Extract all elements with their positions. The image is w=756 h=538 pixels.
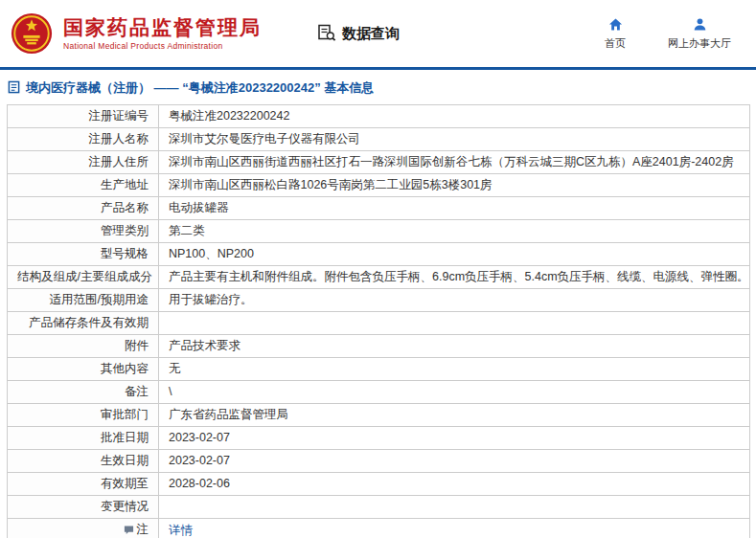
- table-row: 批准日期 2023-02-07: [8, 427, 750, 450]
- user-icon: [693, 17, 707, 34]
- row-label: 结构及组成/主要组成成分: [17, 270, 152, 283]
- row-value: 电动拔罐器: [169, 201, 229, 214]
- table-row: 结构及组成/主要组成成分 产品主要有主机和附件组成。附件包含负压手柄、6.9cm…: [8, 266, 750, 289]
- table-row: 生产地址 深圳市南山区西丽松白路1026号南岗第二工业园5栋3楼301房: [8, 174, 750, 197]
- table-row: 注册证编号 粤械注准20232200242: [8, 105, 750, 128]
- row-label: 备注: [125, 385, 149, 398]
- row-label: 审批部门: [101, 408, 149, 421]
- table-row: 产品储存条件及有效期: [8, 312, 750, 335]
- table-row: 生效日期 2023-02-07: [8, 450, 750, 473]
- row-value: 2023-02-07: [169, 431, 230, 444]
- row-label: 产品名称: [101, 201, 149, 214]
- data-query-nav[interactable]: 数据查询: [317, 23, 400, 45]
- detail-link[interactable]: 详情: [169, 524, 193, 537]
- row-value: 详情: [169, 524, 193, 537]
- row-value: 广东省药品监督管理局: [169, 408, 288, 421]
- row-label: 产品储存条件及有效期: [29, 316, 149, 329]
- row-value: NP100、NP200: [169, 247, 254, 260]
- note-icon: [124, 525, 134, 538]
- row-label: 其他内容: [101, 362, 149, 375]
- row-value: 用于拔罐治疗。: [169, 293, 253, 306]
- row-value: 深圳市南山区西丽街道西丽社区打石一路深圳国际创新谷七栋（万科云城三期C区九栋）A…: [169, 155, 734, 168]
- header-nav: 首页 网上办事大厅: [605, 17, 739, 51]
- row-label: 注: [137, 523, 149, 536]
- row-label: 有效期至: [101, 477, 149, 490]
- row-label: 生效日期: [101, 454, 149, 467]
- nav-online-hall-label: 网上办事大厅: [668, 36, 731, 51]
- row-label: 管理类别: [101, 224, 149, 237]
- table-row: 产品名称 电动拔罐器: [8, 197, 750, 220]
- table-row: 备注 \: [8, 381, 750, 404]
- row-label: 变更情况: [101, 500, 149, 513]
- breadcrumb: 境内医疗器械（注册） —— “粤械注准20232200242” 基本信息: [0, 70, 756, 104]
- agency-name-en: National Medical Products Administration: [63, 41, 262, 51]
- row-value: 第二类: [169, 224, 205, 237]
- home-icon: [608, 17, 623, 34]
- info-table: 注册证编号 粤械注准20232200242 注册人名称 深圳市艾尔曼医疗电子仪器…: [7, 104, 750, 538]
- row-label: 注册人住所: [89, 155, 149, 168]
- row-value: 粤械注准20232200242: [169, 109, 289, 123]
- table-row: 附件 产品技术要求: [8, 335, 750, 358]
- row-label: 生产地址: [101, 178, 149, 191]
- national-emblem-icon: [10, 11, 54, 56]
- clipboard-search-icon: [317, 23, 336, 45]
- row-value: 产品技术要求: [169, 339, 241, 352]
- row-label: 注册证编号: [89, 109, 149, 123]
- table-row: 变更情况: [8, 496, 750, 519]
- table-row: 注册人名称 深圳市艾尔曼医疗电子仪器有限公司: [8, 128, 750, 151]
- row-label: 型号规格: [101, 247, 149, 260]
- row-label: 注册人名称: [89, 132, 149, 146]
- table-row: 型号规格 NP100、NP200: [8, 243, 750, 266]
- document-icon: [8, 80, 20, 97]
- data-query-label: 数据查询: [342, 25, 400, 43]
- row-value: 2023-02-07: [169, 454, 230, 467]
- table-row: 有效期至 2028-02-06: [8, 473, 750, 496]
- row-label: 批准日期: [101, 431, 149, 444]
- nav-home-label: 首页: [605, 36, 626, 51]
- row-value: 深圳市南山区西丽松白路1026号南岗第二工业园5栋3楼301房: [169, 178, 493, 191]
- row-value: 无: [169, 362, 181, 375]
- row-value: 产品主要有主机和附件组成。附件包含负压手柄、6.9cm负压手柄、5.4cm负压手…: [169, 270, 749, 283]
- nav-online-hall[interactable]: 网上办事大厅: [668, 17, 731, 51]
- table-row: 管理类别 第二类: [8, 220, 750, 243]
- nav-home[interactable]: 首页: [605, 17, 626, 51]
- table-row: 注 详情: [8, 519, 750, 538]
- row-label: 适用范围/预期用途: [50, 293, 149, 306]
- table-row: 其他内容 无: [8, 358, 750, 381]
- table-row: 审批部门 广东省药品监督管理局: [8, 404, 750, 427]
- table-row: 适用范围/预期用途 用于拔罐治疗。: [8, 289, 750, 312]
- agency-name: 国家药品监督管理局: [63, 16, 262, 39]
- info-table-body: 注册证编号 粤械注准20232200242 注册人名称 深圳市艾尔曼医疗电子仪器…: [8, 105, 750, 538]
- agency-title-block: 国家药品监督管理局 National Medical Products Admi…: [63, 16, 262, 51]
- site-header: 国家药品监督管理局 National Medical Products Admi…: [0, 0, 756, 67]
- row-value: 深圳市艾尔曼医疗电子仪器有限公司: [169, 132, 360, 146]
- table-row: 注册人住所 深圳市南山区西丽街道西丽社区打石一路深圳国际创新谷七栋（万科云城三期…: [8, 151, 750, 174]
- row-value: 2028-02-06: [169, 477, 230, 490]
- row-value: \: [169, 385, 172, 398]
- row-label: 附件: [125, 339, 149, 352]
- breadcrumb-text: 境内医疗器械（注册） —— “粤械注准20232200242” 基本信息: [26, 79, 374, 97]
